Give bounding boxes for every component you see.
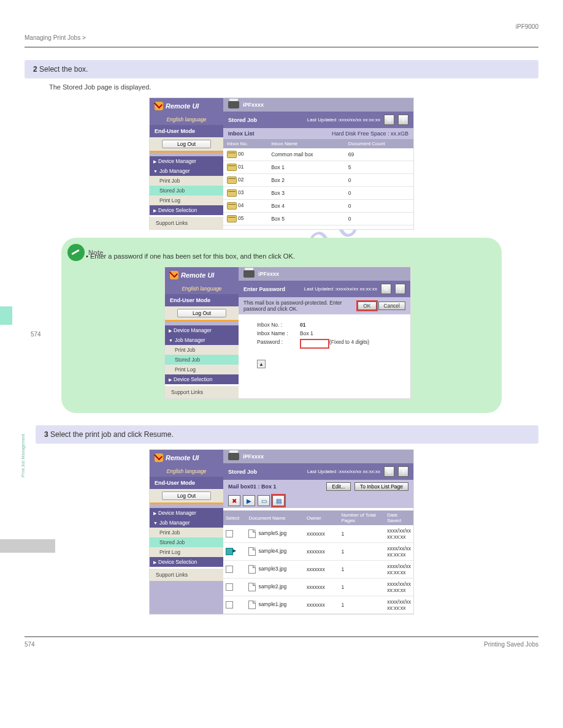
help-button[interactable]: ? — [398, 466, 408, 477]
page-number-side: 574 — [31, 331, 41, 338]
inbox-row[interactable]: 01Box 15 — [223, 161, 413, 174]
box-icon — [227, 202, 237, 210]
document-icon — [248, 529, 256, 538]
job-row[interactable]: sample4.jpg xxxxxxx1xxxx/xx/xx xx:xx:xx — [223, 543, 413, 561]
side-label: Print Job Management — [21, 434, 25, 477]
note-icon — [67, 244, 85, 261]
select-checkbox[interactable] — [226, 583, 233, 591]
user-mode-label: End-User Mode — [150, 477, 223, 489]
print-job-item[interactable]: Print Job — [150, 528, 223, 537]
language-link[interactable]: English language — [165, 283, 239, 294]
support-links[interactable]: Support Links — [150, 215, 223, 229]
remote-ui-inbox-screenshot: Remote UI English language End-User Mode… — [150, 98, 413, 229]
ok-button[interactable]: OK — [358, 301, 376, 310]
stored-job-title: Stored Job — [228, 469, 257, 475]
device-selection-menu[interactable]: Device Selection — [150, 205, 223, 215]
device-selection-menu[interactable]: Device Selection — [150, 557, 223, 567]
box-icon — [227, 189, 237, 197]
logout-button[interactable]: Log Out — [162, 140, 211, 148]
last-updated: Last Updated :xxxx/xx/xx xx:xx:xx — [307, 117, 380, 123]
support-links[interactable]: Support Links — [165, 384, 239, 398]
job-table: Select Document Name Owner Number of Tot… — [223, 510, 413, 614]
delete-button[interactable]: ✖ — [228, 495, 240, 506]
scroll-top-icon[interactable]: ▲ — [257, 360, 266, 368]
refresh-button[interactable]: ↻ — [384, 466, 394, 477]
to-inbox-list-button[interactable]: To Inbox List Page — [354, 482, 408, 491]
device-selection-menu[interactable]: Device Selection — [165, 374, 239, 384]
inbox-row[interactable]: 03Box 30 — [223, 187, 413, 200]
select-checkbox[interactable] — [226, 566, 233, 573]
job-manager-menu[interactable]: Job Manager — [165, 335, 239, 345]
box-icon — [227, 176, 237, 184]
col-inbox-name: Inbox Name — [267, 139, 345, 148]
col-owner: Owner — [304, 510, 339, 525]
edit-button[interactable]: Edit... — [326, 482, 351, 491]
inbox-row[interactable]: 05Box 50 — [223, 213, 413, 226]
logout-button[interactable]: Log Out — [162, 491, 211, 500]
document-icon — [248, 583, 256, 591]
doc-header: iPF9000 Managing Print Jobs > — [25, 12, 538, 48]
language-link[interactable]: English language — [150, 114, 223, 125]
job-row[interactable]: sample5.jpg xxxxxxx1xxxx/xx/xx xx:xx:xx — [223, 525, 413, 543]
play-button[interactable]: ▶ — [243, 495, 255, 506]
language-link[interactable]: English language — [150, 466, 223, 477]
enter-password-title: Enter Password — [243, 286, 285, 292]
stored-job-item[interactable]: Stored Job — [165, 355, 239, 365]
step-2-sub: The Stored Job page is displayed. — [49, 83, 538, 91]
device-bar: iPFxxxx — [223, 98, 413, 112]
select-checkbox[interactable] — [226, 601, 233, 609]
print-log-item[interactable]: Print Log — [150, 547, 223, 557]
stored-job-item[interactable]: Stored Job — [150, 537, 223, 547]
remote-ui-password-screenshot: Remote UI English language End-User Mode… — [165, 267, 410, 398]
document-icon — [248, 547, 256, 556]
document-icon — [248, 565, 256, 574]
device-manager-menu[interactable]: Device Manager — [165, 325, 239, 335]
stored-job-item[interactable]: Stored Job — [150, 186, 223, 195]
last-updated: Last Updated :xxxx/xx/xx xx:xx:xx — [304, 286, 377, 292]
inbox-table: Inbox No. Inbox Name Document Count 00Co… — [223, 139, 413, 226]
select-checkbox[interactable] — [226, 530, 233, 537]
job-row[interactable]: sample3.jpg xxxxxxx1xxxx/xx/xx xx:xx:xx — [223, 561, 413, 578]
footer-title: Printing Saved Jobs — [484, 641, 538, 648]
resume-button[interactable]: ▤ — [272, 495, 285, 506]
col-date: Date Saved — [385, 510, 413, 525]
job-manager-menu[interactable]: Job Manager — [150, 166, 223, 176]
support-links[interactable]: Support Links — [150, 567, 223, 581]
remote-ui-logo: Remote UI — [150, 98, 223, 114]
printer-icon — [243, 270, 255, 278]
inbox-row[interactable]: 00Common mail box69 — [223, 148, 413, 161]
refresh-button[interactable]: ↻ — [384, 115, 394, 125]
help-button[interactable]: ? — [395, 284, 405, 294]
select-checkbox[interactable] — [226, 548, 233, 555]
toolbar: ✖ ▶ ▭ ▤ — [223, 493, 413, 508]
device-bar: iPFxxxx — [239, 267, 410, 281]
print-job-item[interactable]: Print Job — [150, 176, 223, 186]
logout-area: Log Out — [150, 489, 223, 504]
user-mode-label: End-User Mode — [150, 125, 223, 137]
print-job-item[interactable]: Print Job — [165, 345, 239, 355]
inbox-row[interactable]: 02Box 20 — [223, 174, 413, 187]
details-button[interactable]: ▭ — [258, 495, 270, 506]
password-hint: (Fixed to 4 digits) — [329, 339, 369, 349]
col-doc-name: Document Name — [246, 510, 304, 525]
device-manager-menu[interactable]: Device Manager — [150, 508, 223, 518]
step-3-text: Select the print job and click Resume. — [50, 430, 174, 439]
remote-ui-logo: Remote UI — [150, 450, 223, 466]
job-row[interactable]: sample2.jpg xxxxxxx1xxxx/xx/xx xx:xx:xx — [223, 578, 413, 596]
help-button[interactable]: ? — [398, 115, 408, 125]
inbox-row[interactable]: 04Box 40 — [223, 200, 413, 213]
cancel-button[interactable]: Cancel — [378, 301, 405, 310]
refresh-button[interactable]: ↻ — [381, 284, 391, 294]
print-log-item[interactable]: Print Log — [165, 365, 239, 374]
inbox-no-label: Inbox No. : — [257, 322, 300, 328]
print-log-item[interactable]: Print Log — [150, 195, 223, 205]
job-row[interactable]: sample1.jpg xxxxxxx1xxxx/xx/xx xx:xx:xx — [223, 596, 413, 614]
page-title-bar: Stored Job Last Updated :xxxx/xx/xx xx:x… — [223, 463, 413, 480]
page-title-bar: Stored Job Last Updated :xxxx/xx/xx xx:x… — [223, 112, 413, 128]
printer-icon — [228, 101, 239, 108]
logout-button[interactable]: Log Out — [177, 309, 226, 317]
step-2-text: Select the box. — [39, 65, 88, 74]
password-input[interactable] — [300, 339, 329, 349]
device-manager-menu[interactable]: Device Manager — [150, 156, 223, 166]
job-manager-menu[interactable]: Job Manager — [150, 518, 223, 528]
